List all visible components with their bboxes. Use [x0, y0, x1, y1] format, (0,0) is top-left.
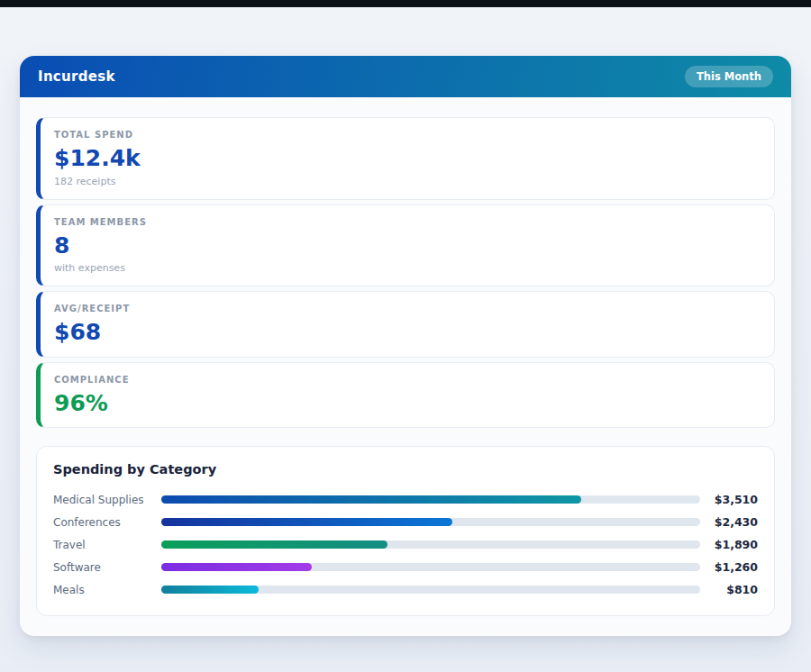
bar-track [161, 518, 700, 526]
period-badge[interactable]: This Month [685, 66, 773, 87]
bar-track [161, 563, 700, 571]
stat-subtitle: with expenses [54, 262, 758, 274]
category-amount: $1,890 [708, 538, 758, 551]
category-amount: $810 [708, 583, 758, 596]
stat-label: TEAM MEMBERS [54, 217, 758, 227]
category-label: Medical Supplies [53, 494, 161, 506]
stat-value: $68 [54, 320, 758, 345]
panel-body: TOTAL SPEND $12.4k 182 receipts TEAM MEM… [20, 97, 791, 636]
bar-track [161, 540, 700, 549]
bar-fill [161, 563, 312, 571]
stat-value: 8 [54, 233, 758, 259]
stat-label: TOTAL SPEND [54, 130, 758, 140]
app-title: Incurdesk [38, 68, 115, 85]
bar-fill [161, 518, 452, 526]
bar-track [161, 586, 700, 594]
category-label: Software [53, 561, 161, 574]
stat-label: AVG/RECEIPT [54, 304, 758, 313]
category-amount: $1,260 [708, 560, 758, 574]
chart-row-travel: Travel $1,890 [53, 533, 758, 556]
category-amount: $3,510 [708, 493, 758, 506]
chart-row-meals: Meals $810 [53, 578, 758, 601]
chart-row-medical-supplies: Medical Supplies $3,510 [53, 488, 758, 511]
stat-card-avg-receipt: AVG/RECEIPT $68 [36, 291, 775, 358]
stat-value: $12.4k [54, 146, 758, 171]
chart-row-conferences: Conferences $2,430 [53, 511, 758, 533]
stat-subtitle: 182 receipts [54, 176, 758, 187]
chart-title: Spending by Category [53, 462, 758, 477]
bar-fill [161, 586, 259, 594]
spending-by-category-card: Spending by Category Medical Supplies $3… [36, 446, 775, 616]
stat-card-team-members: TEAM MEMBERS 8 with expenses [36, 204, 775, 287]
stat-label: COMPLIANCE [54, 375, 758, 385]
top-bar [0, 0, 811, 7]
stat-value: 96% [54, 391, 758, 416]
category-label: Meals [53, 584, 161, 596]
stat-card-compliance: COMPLIANCE 96% [36, 362, 775, 429]
bar-fill [161, 495, 581, 504]
bar-track [161, 495, 700, 504]
category-label: Travel [53, 539, 161, 551]
stat-card-total-spend: TOTAL SPEND $12.4k 182 receipts [36, 117, 775, 200]
chart-row-software: Software $1,260 [53, 556, 758, 578]
category-label: Conferences [53, 516, 161, 529]
incurdesk-dashboard-panel: Incurdesk This Month TOTAL SPEND $12.4k … [20, 56, 791, 636]
category-amount: $2,430 [708, 515, 758, 529]
panel-header: Incurdesk This Month [20, 56, 791, 97]
bar-fill [161, 540, 387, 549]
